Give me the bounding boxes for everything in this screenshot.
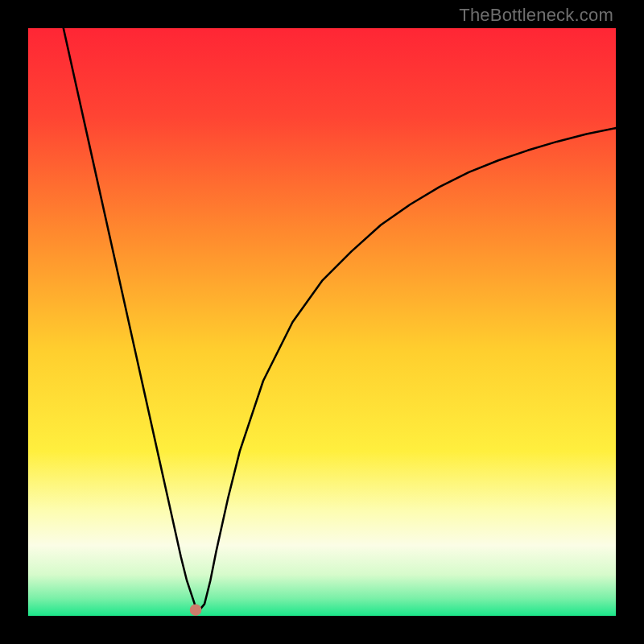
minimum-marker (190, 604, 202, 616)
plot-area (28, 28, 616, 616)
bottleneck-curve (28, 28, 616, 616)
source-label: TheBottleneck.com (459, 5, 613, 26)
chart-frame: TheBottleneck.com (0, 0, 644, 644)
